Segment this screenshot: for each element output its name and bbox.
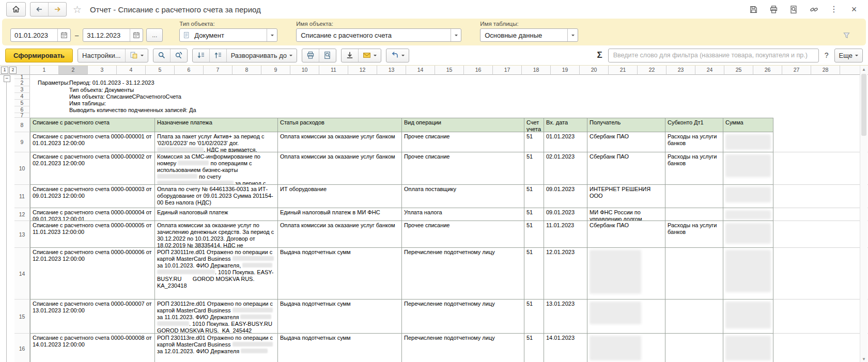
- column-header-22[interactable]: 22: [638, 66, 667, 75]
- report-cell-col-4[interactable]: Перечисление подотчетному лицу: [402, 248, 524, 300]
- report-cell-col-1[interactable]: Списание с расчетного счета 0000-000005 …: [30, 221, 155, 248]
- dropdown-arrow-icon[interactable]: [451, 29, 461, 41]
- help-button[interactable]: ?: [824, 51, 830, 59]
- param-value-cell[interactable]: Имя таблицы:: [69, 100, 106, 106]
- close-icon[interactable]: ×: [849, 5, 859, 14]
- report-cell-col-3[interactable]: Единый налоговый платеж в МИ ФНС: [278, 208, 402, 221]
- report-cell-col-6[interactable]: 14.01.2023: [544, 334, 587, 362]
- row-header-12[interactable]: 12: [14, 208, 30, 221]
- report-cell-col-8[interactable]: [665, 300, 723, 334]
- row-header-2[interactable]: 2: [14, 79, 30, 86]
- group-level-2-button[interactable]: 2: [9, 67, 17, 74]
- expand-groups-button[interactable]: [209, 49, 226, 62]
- report-cell-col-8[interactable]: [665, 334, 723, 362]
- column-header-18[interactable]: 18: [522, 66, 551, 75]
- report-cell-col-4[interactable]: Перечисление подотчетному лицу: [402, 300, 524, 334]
- go-to-button[interactable]: [386, 49, 409, 62]
- param-label-cell[interactable]: Параметры:: [30, 79, 69, 86]
- save-icon[interactable]: [749, 5, 758, 14]
- report-cell-col-9[interactable]: [723, 152, 773, 185]
- report-variants-button[interactable]: [125, 49, 148, 62]
- report-cell-col-4[interactable]: Прочее списание: [402, 221, 524, 248]
- send-mail-button[interactable]: [358, 49, 381, 62]
- report-cell-col-7[interactable]: [587, 334, 665, 362]
- report-cell-col-8[interactable]: Расходы на услуги банков: [665, 152, 723, 185]
- report-cell-col-8[interactable]: [665, 185, 723, 208]
- table-name-combo[interactable]: Основные данные: [480, 28, 578, 42]
- expand-to-button[interactable]: Разворачивать до: [226, 49, 297, 62]
- more-dots-icon[interactable]: ⋮: [829, 5, 839, 14]
- report-cell-col-5[interactable]: 51: [524, 221, 544, 248]
- period-to-input[interactable]: [83, 32, 130, 39]
- calendar-icon[interactable]: [57, 29, 70, 41]
- forward-button[interactable]: [48, 3, 66, 16]
- report-header-col-1[interactable]: Списание с расчетного счета: [30, 118, 155, 132]
- report-cell-col-6[interactable]: 02.01.2023: [544, 152, 587, 185]
- dropdown-arrow-icon[interactable]: [267, 29, 277, 41]
- column-header-6[interactable]: 6: [175, 66, 204, 75]
- column-header-1[interactable]: 1: [30, 66, 59, 75]
- report-cell-col-8[interactable]: [665, 208, 723, 221]
- report-cell-col-1[interactable]: Списание с расчетного счета 0000-000001 …: [30, 132, 155, 152]
- report-cell-col-5[interactable]: 51: [524, 300, 544, 334]
- column-header-8[interactable]: 8: [233, 66, 261, 75]
- report-cell-col-3[interactable]: Выдача подотчетных сумм: [278, 334, 402, 362]
- scroll-up-arrow[interactable]: ▲: [860, 66, 867, 73]
- param-label-cell[interactable]: [30, 86, 69, 93]
- report-cell-col-5[interactable]: 51: [524, 152, 544, 185]
- report-header-col-3[interactable]: Статья расходов: [278, 118, 402, 132]
- report-header-col-8[interactable]: Субконто Дт1: [665, 118, 723, 132]
- back-button[interactable]: [30, 3, 48, 16]
- row-header-7[interactable]: 7: [14, 113, 30, 118]
- report-cell-col-9[interactable]: [723, 185, 773, 208]
- favorite-star-icon[interactable]: ☆: [73, 4, 82, 15]
- report-cell-col-9[interactable]: [723, 132, 773, 152]
- report-cell-col-2[interactable]: Плата за пакет услуг Актив+ за период с …: [155, 132, 278, 152]
- column-header-9[interactable]: 9: [261, 66, 290, 75]
- report-cell-col-7[interactable]: Сбербанк ПАО: [587, 221, 665, 248]
- report-cell-col-2[interactable]: Оплата комиссии за оказание услуг по зач…: [155, 221, 278, 248]
- row-header-13[interactable]: 13: [14, 221, 30, 248]
- report-cell-col-6[interactable]: 13.01.2023: [544, 300, 587, 334]
- funnel-icon[interactable]: [843, 32, 850, 39]
- report-cell-col-6[interactable]: 11.01.2023: [544, 221, 587, 248]
- scroll-thumb[interactable]: [861, 74, 866, 136]
- search-button[interactable]: [153, 49, 170, 62]
- link-icon[interactable]: [809, 5, 818, 14]
- report-cell-col-8[interactable]: Расходы на услуги банков: [665, 221, 723, 248]
- object-name-combo[interactable]: Списание с расчетного счета: [296, 28, 461, 42]
- column-header-3[interactable]: 3: [88, 66, 117, 75]
- vertical-scrollbar[interactable]: ▲ ▼: [860, 66, 867, 362]
- row-header-1[interactable]: 1: [14, 75, 30, 79]
- report-cell-col-5[interactable]: 51: [524, 208, 544, 221]
- toolbar-print-button[interactable]: [302, 49, 319, 62]
- scroll-track[interactable]: [860, 73, 867, 355]
- report-header-col-4[interactable]: Вид операции: [402, 118, 524, 132]
- report-cell-col-9[interactable]: [723, 248, 773, 300]
- param-label-cell[interactable]: [30, 106, 69, 113]
- search-next-button[interactable]: [170, 49, 187, 62]
- column-header-11[interactable]: 11: [319, 66, 348, 75]
- report-cell-col-1[interactable]: Списание с расчетного счета 0000-000006 …: [30, 248, 155, 300]
- row-header-8[interactable]: 8: [14, 118, 30, 132]
- column-header-28[interactable]: 28: [811, 66, 840, 75]
- report-cell-col-8[interactable]: [665, 248, 723, 300]
- report-header-col-6[interactable]: Вх. дата: [544, 118, 587, 132]
- report-cell-col-7[interactable]: [587, 248, 665, 300]
- report-cell-col-1[interactable]: Списание с расчетного счета 0000-000004 …: [30, 208, 155, 221]
- report-cell-col-6[interactable]: 01.01.2023: [544, 132, 587, 152]
- report-cell-col-9[interactable]: [723, 221, 773, 248]
- print-preview-button[interactable]: [319, 49, 336, 62]
- preview-icon[interactable]: [789, 5, 798, 14]
- home-button[interactable]: [6, 2, 26, 17]
- report-cell-col-4[interactable]: Прочее списание: [402, 152, 524, 185]
- report-cell-col-2[interactable]: Комиссия за СМС-информирование по номеру…: [155, 152, 278, 185]
- report-header-col-5[interactable]: Счет учета: [524, 118, 544, 132]
- object-type-combo[interactable]: Документ: [179, 28, 277, 42]
- quick-filter-input[interactable]: [608, 49, 819, 62]
- report-cell-col-9[interactable]: [723, 300, 773, 334]
- report-cell-col-2[interactable]: РОП 230113re.d01 Отражено по операции с …: [155, 334, 278, 362]
- report-cell-col-9[interactable]: [723, 334, 773, 362]
- row-header-15[interactable]: 15: [14, 300, 30, 334]
- calendar-icon[interactable]: [130, 29, 143, 41]
